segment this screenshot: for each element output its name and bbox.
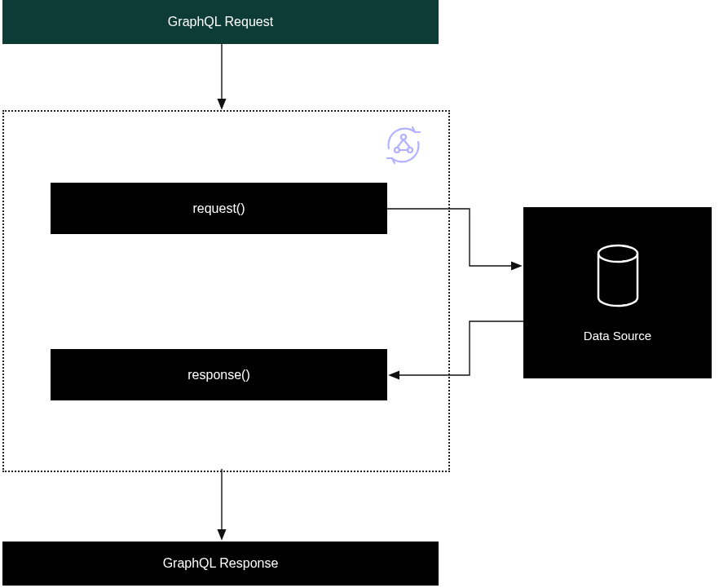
node-data-source: Data Source — [523, 207, 712, 378]
node-request-fn: request() — [51, 183, 387, 234]
node-graphql-response-label: GraphQL Response — [163, 556, 279, 571]
node-graphql-response: GraphQL Response — [2, 542, 439, 586]
node-graphql-request-label: GraphQL Request — [168, 15, 273, 29]
node-data-source-label: Data Source — [584, 329, 651, 343]
resolver-cycle-icon — [379, 121, 428, 170]
database-icon — [592, 244, 644, 312]
node-response-fn-label: response() — [187, 368, 249, 382]
svg-point-3 — [598, 245, 637, 262]
node-request-fn-label: request() — [192, 201, 245, 216]
node-graphql-request: GraphQL Request — [2, 0, 439, 44]
node-response-fn: response() — [51, 349, 387, 400]
